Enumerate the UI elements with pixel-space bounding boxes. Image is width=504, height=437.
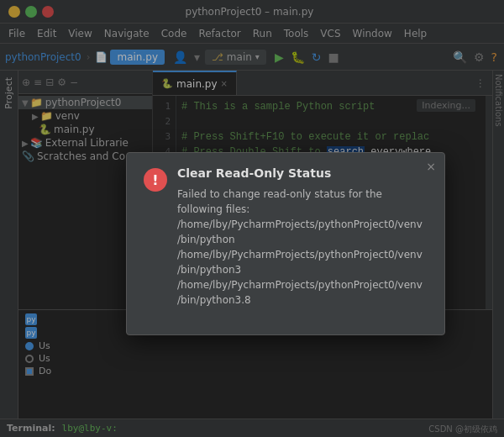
dialog-close-button[interactable]: × [426,160,436,173]
dialog-error-icon: ! [144,168,167,192]
dialog-overlay: × ! Clear Read-Only Status Failed to cha… [0,0,504,437]
dialog-header: ! Clear Read-Only Status Failed to chang… [144,166,428,308]
error-exclamation: ! [152,172,158,188]
dialog-content: Clear Read-Only Status Failed to change … [177,166,428,308]
dialog-title: Clear Read-Only Status [177,166,428,180]
dialog-body: Failed to change read-only status for th… [177,187,428,308]
clear-readonly-dialog: × ! Clear Read-Only Status Failed to cha… [126,152,445,335]
